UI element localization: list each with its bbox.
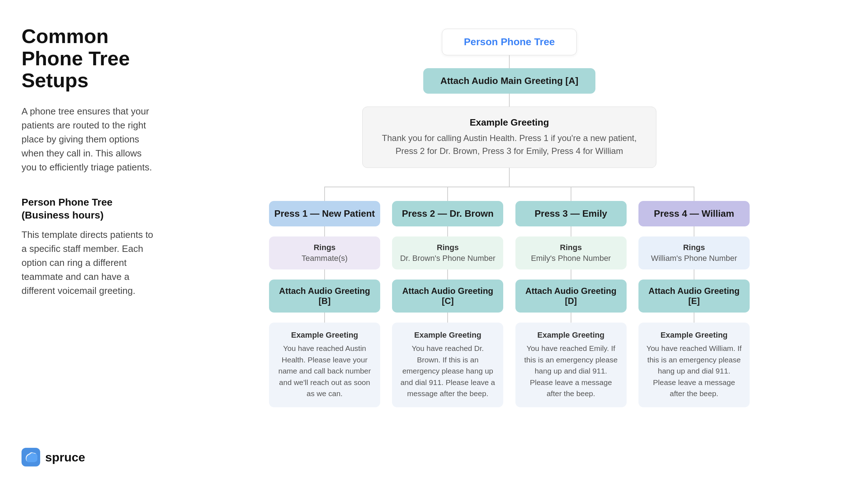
example-box-2: Example Greeting You have reached Dr. Br… [392, 323, 503, 407]
rings-box-1: Rings Teammate(s) [269, 236, 380, 269]
rings-box-2: Rings Dr. Brown's Phone Number [392, 236, 503, 269]
h-branch-line [325, 187, 694, 187]
spruce-logo-icon [22, 448, 40, 466]
attach-audio-main: Attach Audio Main Greeting [A] [423, 68, 596, 94]
col1-v2 [324, 226, 325, 236]
press-btn-3: Press 3 — Emily [515, 201, 627, 226]
col3-v1 [571, 187, 571, 201]
col4-v2 [694, 226, 694, 236]
example-text-2: You have reached Dr. Brown. If this is a… [399, 343, 496, 399]
v-connector-3 [509, 168, 510, 187]
col2-v2 [447, 226, 448, 236]
rings-sub-4: William's Phone Number [644, 254, 744, 263]
example-box-3: Example Greeting You have reached Emily.… [515, 323, 627, 407]
col1-v4 [324, 313, 325, 323]
section-title: Person Phone Tree(Business hours) [22, 196, 158, 222]
rings-title-2: Rings [398, 243, 497, 252]
example-title-2: Example Greeting [399, 330, 496, 340]
v-connector-1 [509, 55, 510, 68]
col4-v3 [694, 269, 694, 280]
col-4: Press 4 — William Rings William's Phone … [638, 187, 750, 407]
section-desc: This template directs patients to a spec… [22, 228, 158, 298]
rings-title-1: Rings [275, 243, 374, 252]
example-text-1: You have reached Austin Health. Please l… [276, 343, 373, 399]
audio-btn-1: Attach Audio Greeting [B] [269, 280, 380, 313]
col1-v1 [324, 187, 325, 201]
main-greeting-title: Example Greeting [380, 117, 639, 128]
example-text-4: You have reached William. If this is an … [646, 343, 742, 399]
diagram-panel: Person Phone Tree Attach Audio Main Gree… [172, 22, 846, 466]
main-greeting-text: Thank you for calling Austin Health. Pre… [380, 132, 639, 158]
col2-v4 [447, 313, 448, 323]
example-box-1: Example Greeting You have reached Austin… [269, 323, 380, 407]
rings-title-3: Rings [521, 243, 621, 252]
col-1: Press 1 — New Patient Rings Teammate(s) … [269, 187, 380, 407]
main-greeting-box: Example Greeting Thank you for calling A… [362, 107, 656, 168]
col3-v3 [571, 269, 571, 280]
top-node: Person Phone Tree [442, 29, 577, 55]
col2-v1 [447, 187, 448, 201]
example-text-3: You have reached Emily. If this is an em… [523, 343, 619, 399]
rings-sub-1: Teammate(s) [275, 254, 374, 263]
description: A phone tree ensures that your patients … [22, 104, 158, 174]
v-connector-2 [509, 94, 510, 107]
col3-v4 [571, 313, 571, 323]
col1-v3 [324, 269, 325, 280]
press-btn-2: Press 2 — Dr. Brown [392, 201, 503, 226]
col2-v3 [447, 269, 448, 280]
col4-v1 [694, 187, 694, 201]
press-btn-1: Press 1 — New Patient [269, 201, 380, 226]
example-title-4: Example Greeting [646, 330, 742, 340]
audio-btn-4: Attach Audio Greeting [E] [638, 280, 750, 313]
example-title-1: Example Greeting [276, 330, 373, 340]
audio-btn-3: Attach Audio Greeting [D] [515, 280, 627, 313]
rings-box-4: Rings William's Phone Number [638, 236, 750, 269]
example-title-3: Example Greeting [523, 330, 619, 340]
rings-sub-2: Dr. Brown's Phone Number [398, 254, 497, 263]
rings-sub-3: Emily's Phone Number [521, 254, 621, 263]
example-box-4: Example Greeting You have reached Willia… [638, 323, 750, 407]
logo-text: spruce [45, 450, 85, 464]
audio-btn-2: Attach Audio Greeting [C] [392, 280, 503, 313]
col3-v2 [571, 226, 571, 236]
main-title: Common Phone Tree Setups [22, 25, 158, 92]
col4-v4 [694, 313, 694, 323]
col-2: Press 2 — Dr. Brown Rings Dr. Brown's Ph… [392, 187, 503, 407]
press-btn-4: Press 4 — William [638, 201, 750, 226]
logo-area: spruce [22, 448, 158, 466]
rings-box-3: Rings Emily's Phone Number [515, 236, 627, 269]
rings-title-4: Rings [644, 243, 744, 252]
col-3: Press 3 — Emily Rings Emily's Phone Numb… [515, 187, 627, 407]
left-panel: Common Phone Tree Setups A phone tree en… [22, 22, 158, 466]
